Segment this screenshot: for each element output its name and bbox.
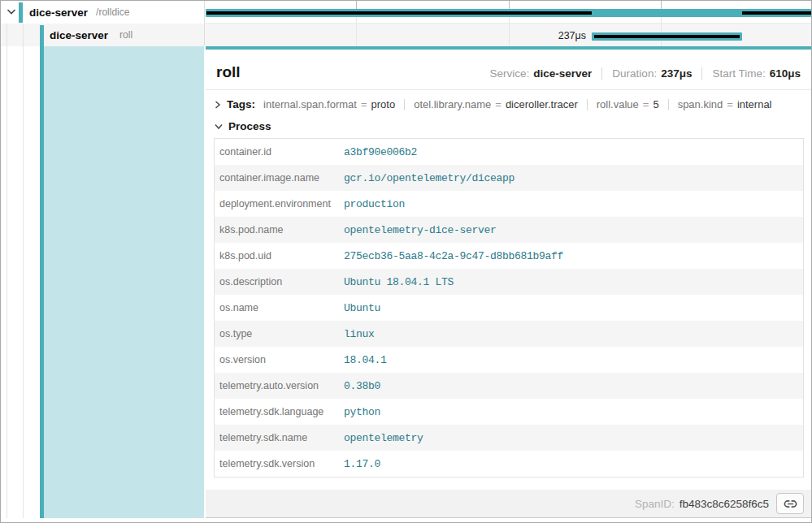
process-table-row: container.image.name gcr.io/opentelemetr… <box>215 165 804 191</box>
overview-item: Start Time:610μs <box>692 67 801 80</box>
overview-item: Duration:237μs <box>592 67 692 80</box>
span-bar-rolldice[interactable] <box>206 9 811 17</box>
span-operation-name: /rolldice <box>96 6 129 18</box>
process-key: telemetry.sdk.version <box>215 451 337 478</box>
overview-item: Service:dice-server <box>490 67 593 80</box>
process-table-row: os.description Ubuntu 18.04.1 LTS <box>215 269 804 295</box>
overview-value: 610μs <box>770 67 801 80</box>
span-detail-header: roll Service:dice-server Duration:237μs … <box>206 50 811 82</box>
link-icon <box>784 497 797 511</box>
overview-value: dice-server <box>533 67 592 80</box>
header-divider <box>206 89 811 90</box>
tree-indent-guide <box>23 24 24 518</box>
process-section-label: Process <box>228 120 271 132</box>
process-key: container.id <box>215 139 337 166</box>
process-key: os.description <box>215 269 337 295</box>
span-duration-label: 237μs <box>513 30 586 41</box>
process-table-row: os.version 18.04.1 <box>215 347 804 373</box>
overview-value: 237μs <box>661 67 692 80</box>
span-bar-roll[interactable] <box>592 32 742 41</box>
process-table-row: container.id a3bf90e006b2 <box>215 139 804 166</box>
process-toggle[interactable]: Process <box>215 120 801 132</box>
process-value: production <box>337 191 804 217</box>
tag-equals: = <box>495 98 502 110</box>
span-detail-footer: SpanID: fb483c8c6258f6c5 <box>206 490 811 517</box>
process-key: deployment.environment <box>215 191 337 217</box>
span-overview: Service:dice-server Duration:237μs Start… <box>490 67 801 80</box>
process-table-row: deployment.environment production <box>215 191 804 217</box>
tag-value: 5 <box>653 98 658 110</box>
process-value: 18.04.1 <box>337 347 804 373</box>
spanid-label: SpanID: <box>635 498 675 510</box>
process-key: k8s.pod.name <box>215 217 337 243</box>
process-value: python <box>337 399 804 425</box>
tags-summary: internal.span.format=proto otel.library.… <box>263 98 772 110</box>
process-value: 275ecb36-5aa8-4c2a-9c47-d8bb681b9aff <box>337 243 804 269</box>
tag-item: roll.value=5 <box>578 98 659 110</box>
span-row-rolldice[interactable]: dice-server /rolldice <box>1 1 232 24</box>
tags-toggle[interactable]: Tags: internal.span.format=proto otel.li… <box>215 98 801 110</box>
process-key: os.type <box>215 321 337 347</box>
process-value: 0.38b0 <box>337 373 804 399</box>
critical-path-segment <box>594 35 740 38</box>
detail-row-tint <box>44 46 204 518</box>
tag-key: span.kind <box>678 98 723 110</box>
process-value: 1.17.0 <box>337 451 804 478</box>
process-value: a3bf90e006b2 <box>337 139 804 166</box>
span-detail-panel: roll Service:dice-server Duration:237μs … <box>206 46 811 518</box>
process-key: telemetry.auto.version <box>215 373 337 399</box>
tag-key: roll.value <box>597 98 639 110</box>
tag-equals: = <box>361 98 367 110</box>
critical-path-segment <box>742 11 811 15</box>
critical-path-segment <box>206 11 592 15</box>
tag-equals: = <box>643 98 649 110</box>
process-table-row: telemetry.sdk.version 1.17.0 <box>215 451 804 478</box>
process-table-row: telemetry.sdk.language python <box>215 399 804 425</box>
overview-label: Start Time: <box>712 67 765 80</box>
tag-key: otel.library.name <box>414 98 491 110</box>
process-value: gcr.io/opentelemetry/diceapp <box>337 165 804 191</box>
chevron-down-icon <box>215 123 223 130</box>
tag-key: internal.span.format <box>263 98 357 110</box>
tag-equals: = <box>727 98 733 110</box>
tag-item: internal.span.format=proto <box>263 98 395 110</box>
deep-link-button[interactable] <box>776 493 804 514</box>
process-key: telemetry.sdk.name <box>215 425 337 451</box>
tag-value: proto <box>371 98 396 110</box>
tag-item: span.kind=internal <box>659 98 772 110</box>
process-table-row: telemetry.auto.version 0.38b0 <box>215 373 804 399</box>
process-table-row: k8s.pod.uid 275ecb36-5aa8-4c2a-9c47-d8bb… <box>215 243 804 269</box>
tree-indent-guide <box>7 24 7 518</box>
span-service-name: dice-server <box>50 29 108 41</box>
tag-item: otel.library.name=diceroller.tracer <box>395 98 578 110</box>
process-key: container.image.name <box>215 165 337 191</box>
tags-section-label: Tags: <box>227 98 255 110</box>
process-table-row: os.name Ubuntu <box>215 295 804 321</box>
process-table-row: k8s.pod.name opentelemetry-dice-server <box>215 217 804 243</box>
overview-label: Duration: <box>612 67 657 80</box>
process-value: Ubuntu 18.04.1 LTS <box>337 269 804 295</box>
chevron-right-icon <box>215 101 221 109</box>
process-key: k8s.pod.uid <box>215 243 337 269</box>
process-value: opentelemetry-dice-server <box>337 217 804 243</box>
span-service-name: dice-server <box>29 6 88 19</box>
tag-value: diceroller.tracer <box>506 98 578 110</box>
process-key: os.name <box>215 295 337 321</box>
row-separator <box>204 23 811 24</box>
tag-value: internal <box>737 98 772 110</box>
spanid-value: fb483c8c6258f6c5 <box>680 498 769 510</box>
span-row-roll[interactable]: dice-server roll <box>1 24 253 46</box>
overview-label: Service: <box>490 67 530 80</box>
span-operation-name: roll <box>119 29 132 41</box>
span-detail-title: roll <box>216 63 241 82</box>
process-table: container.id a3bf90e006b2 container.imag… <box>214 138 804 478</box>
jaeger-span-detail-window: dice-server /rolldice dice-server roll 2… <box>0 0 812 523</box>
process-value: opentelemetry <box>337 425 804 451</box>
process-key: telemetry.sdk.language <box>215 399 337 425</box>
process-value: linux <box>337 321 804 347</box>
process-key: os.version <box>215 347 337 373</box>
process-value: Ubuntu <box>337 295 804 321</box>
process-table-row: os.type linux <box>215 321 804 347</box>
process-table-row: telemetry.sdk.name opentelemetry <box>215 425 804 451</box>
